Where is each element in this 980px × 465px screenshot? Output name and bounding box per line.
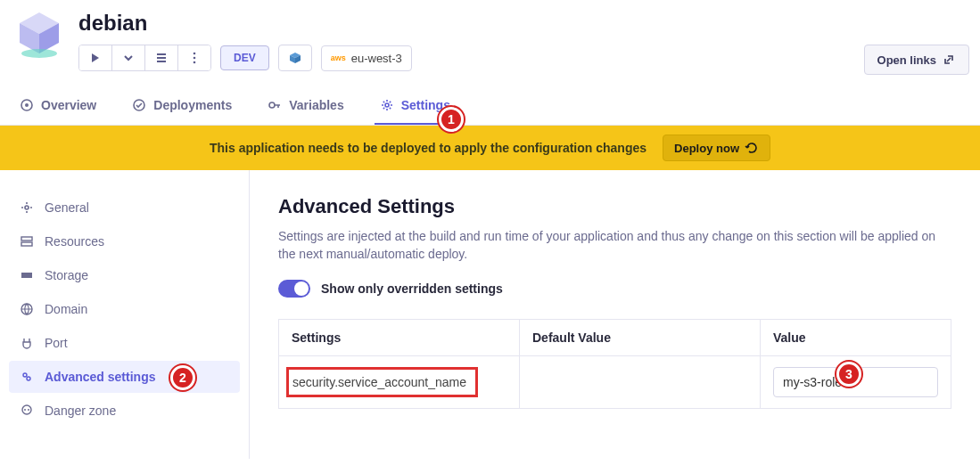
plug-icon: [20, 336, 34, 350]
more-vertical-icon: [187, 51, 202, 65]
default-value: [520, 355, 761, 408]
aws-icon: aws: [331, 53, 346, 62]
sidebar-item-storage[interactable]: Storage: [9, 259, 240, 291]
chevron-down-icon: [121, 51, 136, 65]
annotation-marker-2: 2: [170, 365, 195, 390]
table-row: security.service_account_name 3: [279, 355, 951, 408]
app-header: debian DEV aws: [0, 0, 980, 71]
deploy-label: Deploy now: [674, 142, 739, 155]
gear-icon: [380, 98, 394, 112]
tab-label: Variables: [289, 98, 344, 112]
svg-point-7: [194, 61, 196, 64]
sidebar-item-label: Advanced settings: [45, 370, 155, 384]
svg-point-6: [194, 57, 196, 60]
toggle-label: Show only overridden settings: [321, 281, 503, 296]
svg-point-5: [194, 53, 196, 55]
svg-point-24: [24, 409, 26, 411]
open-links-button[interactable]: Open links: [864, 45, 969, 75]
sidebar-item-label: Danger zone: [45, 404, 116, 418]
tab-deployments[interactable]: Deployments: [127, 87, 237, 125]
app-logo: [14, 9, 64, 59]
svg-point-22: [27, 377, 30, 380]
key-icon: [268, 98, 282, 112]
svg-rect-17: [21, 237, 32, 241]
play-icon: [88, 51, 103, 65]
sidebar-item-danger[interactable]: Danger zone: [9, 395, 240, 427]
svg-point-23: [22, 405, 31, 414]
main-content: Advanced Settings Settings are injected …: [250, 170, 980, 459]
gear-icon: [20, 200, 34, 215]
svg-rect-18: [21, 242, 32, 246]
sidebar-item-label: Port: [45, 336, 68, 350]
sidebar-item-port[interactable]: Port: [9, 327, 240, 359]
tab-label: Deployments: [153, 98, 232, 112]
svg-point-12: [25, 103, 29, 107]
container-chip[interactable]: [278, 45, 312, 71]
sidebar-item-label: Domain: [45, 302, 87, 316]
sidebar-item-label: Resources: [45, 234, 104, 249]
server-icon: [20, 234, 34, 249]
stack-button[interactable]: [145, 45, 178, 70]
target-icon: [20, 98, 34, 112]
col-default: Default Value: [520, 319, 761, 355]
refresh-icon: [745, 141, 759, 155]
svg-point-25: [28, 409, 29, 411]
main-tabs: Overview Deployments Variables Settings …: [0, 87, 980, 126]
svg-point-21: [23, 373, 27, 377]
annotation-marker-3: 3: [836, 362, 861, 387]
sidebar-item-general[interactable]: General: [9, 192, 240, 224]
more-button[interactable]: [178, 45, 210, 70]
svg-point-14: [269, 102, 275, 108]
toolbar: DEV aws eu-west-3: [78, 45, 966, 71]
svg-marker-4: [92, 53, 99, 62]
stack-icon: [154, 51, 169, 65]
skull-icon: [20, 404, 34, 418]
sliders-icon: [20, 370, 34, 384]
svg-rect-19: [21, 273, 32, 278]
tab-variables[interactable]: Variables: [262, 87, 350, 125]
region-chip[interactable]: aws eu-west-3: [321, 45, 412, 71]
page-heading: Advanced Settings: [278, 195, 951, 218]
check-circle-icon: [132, 98, 146, 112]
disk-icon: [20, 268, 34, 282]
settings-table: Settings Default Value Value security.se…: [278, 319, 951, 409]
deploy-now-button[interactable]: Deploy now: [663, 135, 770, 161]
sidebar-item-label: Storage: [45, 268, 88, 282]
settings-sidebar: General Resources Storage Domain Port Ad…: [0, 170, 250, 459]
play-dropdown[interactable]: [112, 45, 145, 70]
cube-icon: [288, 51, 302, 65]
tab-label: Overview: [41, 98, 96, 112]
tab-overview[interactable]: Overview: [14, 87, 102, 125]
annotation-marker-1: 1: [439, 107, 464, 132]
deploy-banner: This application needs to be deployed to…: [0, 126, 980, 170]
col-settings: Settings: [279, 319, 520, 355]
svg-point-16: [25, 206, 29, 209]
region-label: eu-west-3: [351, 52, 402, 65]
sidebar-item-label: General: [45, 200, 89, 215]
env-badge[interactable]: DEV: [220, 45, 269, 70]
page-description: Settings are injected at the build and r…: [278, 227, 951, 264]
link-icon: [942, 53, 956, 67]
col-value: Value: [761, 319, 951, 355]
sidebar-item-resources[interactable]: Resources: [9, 225, 240, 257]
sidebar-item-advanced[interactable]: Advanced settings 2: [9, 361, 240, 393]
sidebar-item-domain[interactable]: Domain: [9, 293, 240, 325]
svg-point-3: [21, 49, 57, 58]
banner-message: This application needs to be deployed to…: [210, 141, 646, 155]
play-button[interactable]: [79, 45, 112, 70]
override-toggle[interactable]: [278, 280, 310, 298]
svg-point-15: [385, 103, 389, 107]
globe-icon: [20, 302, 34, 316]
app-title: debian: [78, 11, 966, 36]
open-links-label: Open links: [877, 53, 936, 67]
run-button-group: [78, 45, 211, 71]
setting-key: security.service_account_name: [286, 367, 478, 397]
